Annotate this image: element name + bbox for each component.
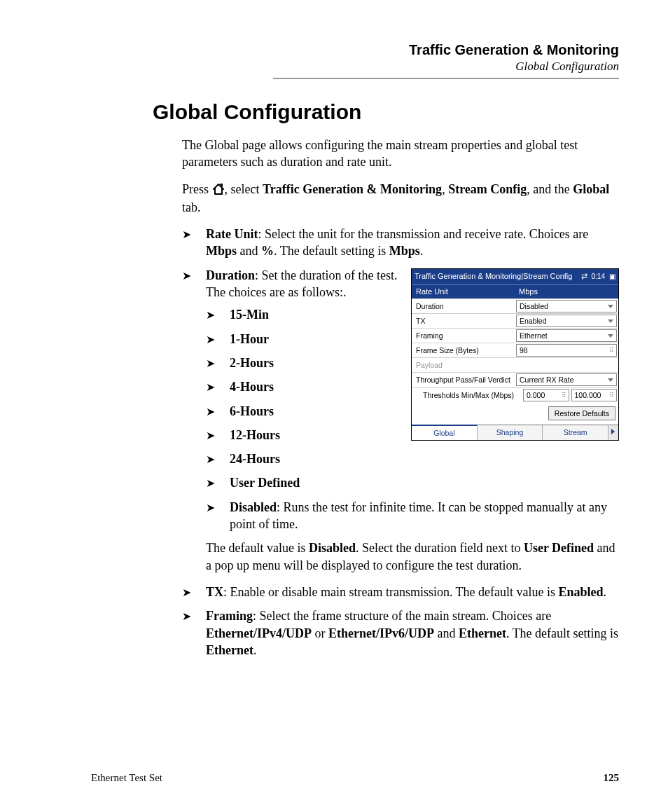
duration-default-note: The default value is Disabled. Select th… — [206, 539, 619, 574]
choice-12-hours: 12-Hours — [206, 427, 619, 443]
choice-4-hours: 4-Hours — [206, 378, 619, 395]
network-icon: ⇄ — [581, 271, 587, 282]
choice-user-defined: User Defined — [206, 474, 619, 491]
home-icon — [212, 182, 225, 199]
ui-head-value: Mbps — [515, 285, 618, 298]
page-number: 125 — [604, 772, 620, 784]
choice-24-hours: 24-Hours — [206, 450, 619, 467]
choice-2-hours: 2-Hours — [206, 355, 619, 371]
section-subtitle: Global Configuration — [273, 60, 619, 74]
ui-titlebar: Traffic Generation & Monitoring|Stream C… — [412, 269, 618, 284]
ui-title: Traffic Generation & Monitoring|Stream C… — [415, 271, 572, 282]
page-header: Traffic Generation & Monitoring Global C… — [273, 42, 619, 79]
battery-icon: ▣ — [609, 272, 615, 282]
item-tx: TX: Enable or disable main stream transm… — [182, 584, 619, 600]
choice-15-min: 15-Min — [206, 306, 619, 323]
section-title: Global Configuration — [153, 100, 619, 124]
choice-6-hours: 6-Hours — [206, 403, 619, 420]
page-footer: Ethernet Test Set 125 — [91, 772, 619, 784]
ui-head-label: Rate Unit — [412, 285, 515, 298]
ui-head-row: Rate Unit Mbps — [412, 284, 618, 298]
footer-title: Ethernet Test Set — [91, 772, 162, 784]
press-paragraph: Press , select Traffic Generation & Moni… — [182, 181, 619, 216]
ui-time: 0:14 — [592, 272, 605, 282]
item-duration: Traffic Generation & Monitoring|Stream C… — [182, 267, 619, 574]
choice-1-hour: 1-Hour — [206, 331, 619, 347]
item-rate-unit: Rate Unit: Select the unit for the trans… — [182, 226, 619, 260]
chapter-title: Traffic Generation & Monitoring — [273, 42, 619, 58]
intro-paragraph: The Global page allows configuring the m… — [182, 137, 619, 171]
choice-disabled: Disabled: Runs the test for infinite tim… — [206, 499, 619, 533]
item-framing: Framing: Select the frame structure of t… — [182, 607, 619, 659]
